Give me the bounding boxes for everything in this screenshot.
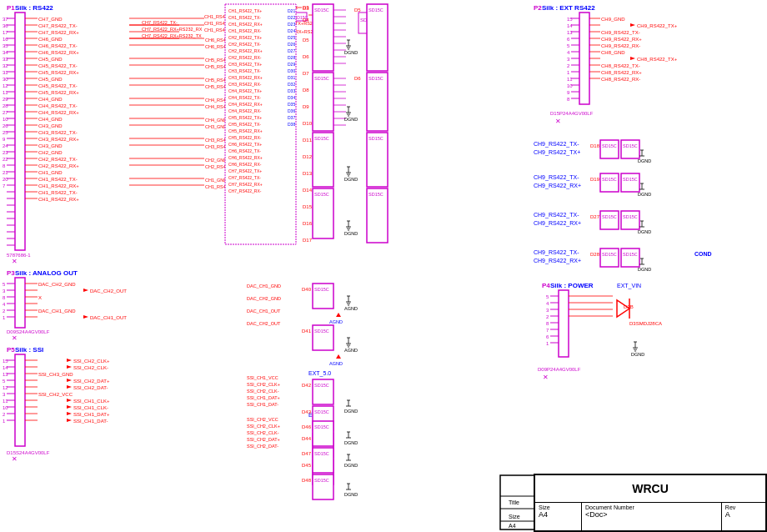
svg-text:D31: D31 <box>288 75 295 80</box>
rev-value-cell: A <box>725 510 762 519</box>
svg-text:D15: D15 <box>303 204 313 209</box>
svg-text:SSI_CH1_CLK+: SSI_CH1_CLK+ <box>73 399 110 404</box>
svg-text:12: 12 <box>3 83 8 88</box>
svg-text:SD15C: SD15C <box>314 478 329 483</box>
svg-text:21: 21 <box>3 170 8 175</box>
svg-text:D6: D6 <box>303 54 309 59</box>
svg-text:CH9_RS422_TX-: CH9_RS422_TX- <box>534 174 579 181</box>
svg-text:D8: D8 <box>303 88 309 93</box>
svg-text:CH9_RS422_TX+: CH9_RS422_TX+ <box>534 149 580 156</box>
svg-text:CH3_RS422_TX-: CH3_RS422_TX- <box>38 130 78 135</box>
svg-text:SD15C: SD15C <box>623 143 638 148</box>
svg-text:11: 11 <box>3 90 8 95</box>
svg-text:SD15C: SD15C <box>314 409 329 414</box>
svg-text:D5: D5 <box>303 38 309 43</box>
svg-text:SD15C: SD15C <box>314 76 329 81</box>
svg-text:P5: P5 <box>7 346 15 354</box>
svg-rect-320 <box>367 4 388 71</box>
svg-text:D29: D29 <box>288 62 295 67</box>
svg-text:CH9_RS422_TX-: CH9_RS422_TX- <box>601 30 640 35</box>
svg-text:CH3_GND: CH3_GND <box>205 124 227 129</box>
svg-text:DGND: DGND <box>638 267 651 272</box>
svg-text:CH9_RS422_TX-: CH9_RS422_TX- <box>534 249 579 256</box>
svg-text:CH8_GND: CH8_GND <box>601 50 625 55</box>
svg-text:17: 17 <box>3 30 8 35</box>
svg-text:SD15C: SD15C <box>314 451 329 456</box>
svg-text:✕: ✕ <box>12 334 18 342</box>
svg-text:CH2_GND: CH2_GND <box>38 150 63 155</box>
svg-text:CH3_GND: CH3_GND <box>38 143 63 148</box>
svg-text:CH1_GND: CH1_GND <box>38 170 63 175</box>
svg-text:D5: D5 <box>354 8 361 13</box>
svg-text:SSI_CH1_VCC: SSI_CH1_VCC <box>247 375 278 380</box>
project-title: WRCU <box>535 475 766 503</box>
svg-text:CH8_RS422_TX-: CH8_RS422_TX- <box>601 63 640 68</box>
svg-text:CH9_RS422_RX+: CH9_RS422_RX+ <box>534 258 581 264</box>
svg-text:SSI_CH1_DAT-: SSI_CH1_DAT- <box>73 419 108 424</box>
svg-text:CH4_GND: CH4_GND <box>205 118 227 123</box>
svg-text:SSI_CH1_DAT-: SSI_CH1_DAT- <box>247 402 278 407</box>
svg-text:DGND: DGND <box>344 231 358 236</box>
svg-text:DGND: DGND <box>344 409 358 414</box>
svg-text:SD15C: SD15C <box>314 329 329 334</box>
svg-text:35: 35 <box>3 43 8 48</box>
svg-rect-449 <box>559 290 569 357</box>
svg-text:DGND: DGND <box>631 352 644 357</box>
svg-text:SSI_CH2_CLK-: SSI_CH2_CLK- <box>247 389 279 394</box>
svg-text:33: 33 <box>3 57 8 62</box>
svg-text:CH5_RS422_TX+: CH5_RS422_TX+ <box>228 115 262 120</box>
svg-text:CH4_RS422_TX-: CH4_RS422_TX- <box>228 95 261 100</box>
svg-text:D41: D41 <box>302 329 312 334</box>
svg-text:CH6_RS422_RX-: CH6_RS422_RX- <box>228 162 262 167</box>
svg-text:D3SMDJ28CA: D3SMDJ28CA <box>629 321 662 326</box>
svg-rect-323 <box>367 73 388 131</box>
svg-text:DAC_CH1_GND: DAC_CH1_GND <box>38 309 76 314</box>
svg-text:D28: D28 <box>590 252 600 257</box>
doc-number-value: <Doc> <box>585 510 718 519</box>
svg-text:EXT_5.0: EXT_5.0 <box>308 370 331 377</box>
svg-text:CH4_RS422_RX+: CH4_RS422_RX+ <box>228 102 263 107</box>
svg-text:CH2_RS422_TX-: CH2_RS422_TX- <box>228 42 261 47</box>
svg-text:24: 24 <box>3 143 8 148</box>
svg-text:D12: D12 <box>303 154 313 159</box>
svg-text:SD15C: SD15C <box>314 8 329 13</box>
svg-text:D48: D48 <box>302 478 312 483</box>
size-field: Size A4 <box>535 502 582 530</box>
svg-text:26: 26 <box>3 123 8 128</box>
svg-text:13: 13 <box>567 30 573 35</box>
svg-text:SSI_CH2_CLK+: SSI_CH2_CLK+ <box>247 424 280 429</box>
svg-text:DGND: DGND <box>344 440 358 445</box>
svg-text:13: 13 <box>3 372 8 377</box>
svg-text:D40: D40 <box>302 287 312 292</box>
svg-text:COND: COND <box>694 251 712 257</box>
svg-text:DAC_CH2_GND: DAC_CH2_GND <box>247 296 281 301</box>
svg-text:CH3_GND: CH3_GND <box>38 123 63 128</box>
svg-text:D34: D34 <box>288 95 295 100</box>
svg-text:SD15C: SD15C <box>314 287 329 292</box>
svg-text:CH6_RS422_RX+: CH6_RS422_RX+ <box>38 50 79 55</box>
svg-text:CH9_RS422_RX+: CH9_RS422_RX+ <box>534 220 581 227</box>
svg-text:CH7_RS422_RX+RS232_TX: CH7_RS422_RX+RS232_TX <box>142 33 202 38</box>
svg-text:AGND: AGND <box>344 348 358 353</box>
svg-text:DAC_CH1_GND: DAC_CH1_GND <box>247 284 281 289</box>
svg-text:DGND: DGND <box>344 463 358 468</box>
svg-text:CH5_GND: CH5_GND <box>38 57 63 62</box>
svg-text:31: 31 <box>3 70 8 75</box>
svg-text:SD15C: SD15C <box>602 177 617 182</box>
svg-text:D15P24A4GV00LF: D15P24A4GV00LF <box>550 111 594 116</box>
svg-text:CH7_RS422_TX-: CH7_RS422_TX- <box>228 175 261 180</box>
svg-text:D11: D11 <box>303 138 313 143</box>
svg-text:CH1_RS422_RX-: CH1_RS422_RX- <box>228 28 262 33</box>
svg-text:D36: D36 <box>288 108 295 113</box>
svg-text:D25: D25 <box>288 35 295 40</box>
svg-text:23: 23 <box>3 150 8 155</box>
svg-text:CH1_RS422_RX+: CH1_RS422_RX+ <box>228 22 263 27</box>
svg-text:SSI_CH2_DAT+: SSI_CH2_DAT+ <box>247 437 280 442</box>
svg-text:D32: D32 <box>288 82 295 87</box>
svg-text:SD15C: SD15C <box>623 214 638 219</box>
svg-text:D27: D27 <box>590 214 600 219</box>
svg-text:SSI_CH2_VCC: SSI_CH2_VCC <box>247 417 278 422</box>
svg-text:CH8_RS422_RX-: CH8_RS422_RX- <box>601 77 640 82</box>
svg-text:SSI_CH2_CLK-: SSI_CH2_CLK- <box>73 365 108 370</box>
svg-text:SSI_CH1_DAT+: SSI_CH1_DAT+ <box>247 395 280 400</box>
